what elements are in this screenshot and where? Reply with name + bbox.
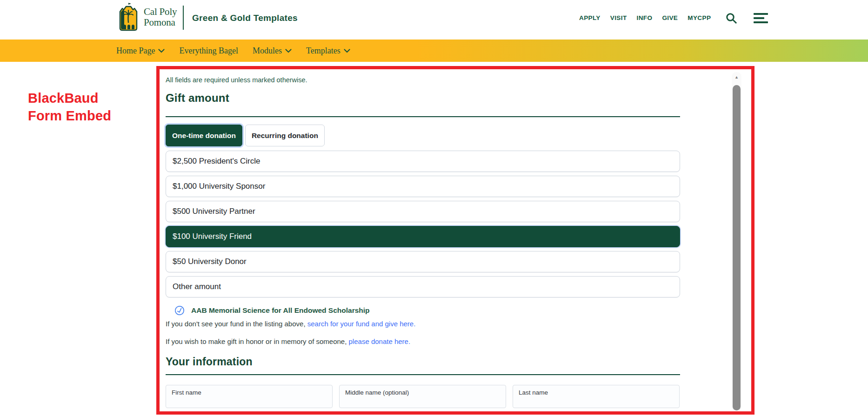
chevron-down-icon <box>344 49 350 53</box>
amount-option-100[interactable]: $100 University Friend <box>166 226 680 247</box>
nav-item-templates[interactable]: Templates <box>306 46 350 56</box>
utility-nav: APPLY VISIT INFO GIVE MYCPP <box>579 0 768 36</box>
utility-link-visit[interactable]: VISIT <box>610 14 627 21</box>
fund-search-link[interactable]: search for your fund and give here. <box>307 320 416 328</box>
amount-option-other[interactable]: Other amount <box>166 276 680 297</box>
chevron-down-icon <box>158 49 165 53</box>
fund-search-text: If you don't see your fund in the listin… <box>166 320 415 328</box>
search-icon[interactable] <box>725 12 737 24</box>
header-divider <box>183 6 184 30</box>
chevron-down-icon <box>285 49 292 53</box>
recurring-donation-button[interactable]: Recurring donation <box>245 125 325 146</box>
amount-option-50[interactable]: $50 University Donor <box>166 251 680 272</box>
logo-wordmark: Cal Poly Pomona <box>144 7 177 28</box>
donation-frequency-toggle: One-time donation Recurring donation <box>166 125 325 146</box>
nav-item-modules[interactable]: Modules <box>253 46 292 56</box>
required-fields-note: All fields are required unless marked ot… <box>166 76 307 84</box>
selected-fund-label: AAB Memorial Science for All Endowed Sch… <box>191 306 370 315</box>
form-scrollbar[interactable]: ▲ <box>732 72 741 411</box>
utility-link-apply[interactable]: APPLY <box>579 14 601 21</box>
checked-circle-icon <box>174 304 186 317</box>
header: Cal Poly Pomona Green & Gold Templates A… <box>0 0 868 40</box>
utility-link-info[interactable]: INFO <box>637 14 653 21</box>
selected-fund-row[interactable]: AAB Memorial Science for All Endowed Sch… <box>174 305 370 316</box>
gift-amount-heading: Gift amount <box>166 92 229 105</box>
scrollbar-up-arrow-icon[interactable]: ▲ <box>732 75 741 79</box>
nav-item-everything-bagel[interactable]: Everything Bagel <box>179 46 238 56</box>
primary-nav-bar: Home Page Everything Bagel Modules Templ… <box>0 40 868 62</box>
middle-name-field[interactable] <box>339 385 506 408</box>
cpp-tower-logo-icon <box>118 2 139 32</box>
scrollbar-thumb[interactable] <box>733 85 741 410</box>
section-divider <box>166 374 680 375</box>
cal-poly-pomona-logo[interactable]: Cal Poly Pomona <box>118 2 177 32</box>
tribute-donate-link[interactable]: please donate here. <box>349 337 411 345</box>
nav-item-home-page[interactable]: Home Page <box>116 46 165 56</box>
menu-icon[interactable] <box>754 13 768 23</box>
utility-link-give[interactable]: GIVE <box>662 14 678 21</box>
last-name-field[interactable] <box>513 385 680 408</box>
your-information-heading: Your information <box>166 356 253 368</box>
amount-option-2500[interactable]: $2,500 President's Circle <box>166 151 680 172</box>
site-title: Green & Gold Templates <box>192 0 298 36</box>
amount-option-1000[interactable]: $1,000 University Sponsor <box>166 176 680 197</box>
blackbaud-form-frame: All fields are required unless marked ot… <box>156 66 754 415</box>
tribute-text: If you wish to make gift in honor or in … <box>166 337 410 345</box>
first-name-field[interactable] <box>166 385 333 408</box>
one-time-donation-button[interactable]: One-time donation <box>166 125 242 146</box>
page: Cal Poly Pomona Green & Gold Templates A… <box>0 0 868 416</box>
section-divider <box>166 116 680 117</box>
blackbaud-form-embed-annotation: BlackBaud Form Embed <box>28 89 111 125</box>
amount-option-500[interactable]: $500 University Partner <box>166 201 680 222</box>
utility-link-mycpp[interactable]: MYCPP <box>688 14 711 21</box>
name-fields-row <box>166 385 680 408</box>
